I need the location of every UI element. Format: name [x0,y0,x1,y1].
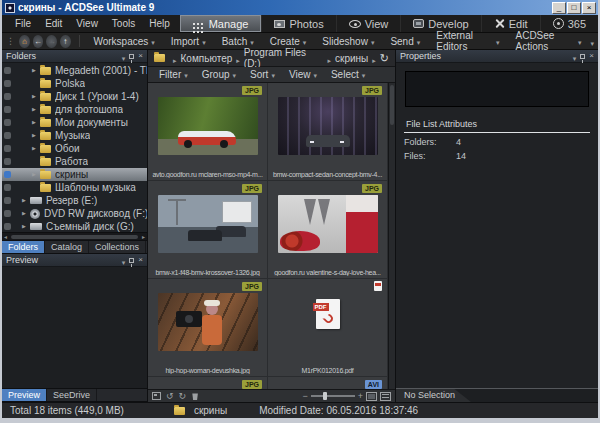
tab-preview[interactable]: Preview [2,389,47,401]
pin-icon[interactable] [580,54,585,59]
thumbnail-valentine[interactable]: JPG goodfon.ru valentine-s-day-love-hea.… [268,181,387,278]
tree-item-skriny-selected[interactable]: ▶скрины [2,168,147,181]
tree-item-photoshop[interactable]: ▶для фотошопа [2,103,147,116]
maximize-button[interactable]: □ [567,2,581,14]
thumbnail-bmw-concept[interactable]: JPG bmw-compact-sedan-concept-bmv-4... [268,83,387,180]
select-dropdown[interactable]: Select [324,69,372,80]
toolbar-grip[interactable]: ⋮ [6,36,15,46]
expand-arrow-icon[interactable]: ▶ [22,207,30,220]
grid-vertical-scrollbar[interactable] [388,83,395,389]
sync-marker-icon [4,119,11,126]
panel-menu-icon[interactable] [573,47,577,65]
breadcrumb-separator-icon [328,49,332,67]
zoom-in-icon[interactable]: + [358,391,363,402]
close-icon[interactable]: × [138,52,143,60]
expand-arrow-icon[interactable]: ▶ [32,129,40,142]
create-dropdown[interactable]: Create [263,36,314,47]
send-dropdown[interactable]: Send [383,36,427,47]
details-view-icon[interactable] [380,392,391,401]
slideshow-dropdown[interactable]: Slideshow [315,36,381,47]
tree-horizontal-scrollbar[interactable]: ◂ ▸ [2,232,147,240]
expand-arrow-icon[interactable]: ▶ [32,103,40,116]
close-button[interactable]: × [582,2,596,14]
tab-seedrive[interactable]: SeeDrive [47,389,97,401]
zoom-slider[interactable] [311,395,355,397]
menu-edit[interactable]: Edit [38,18,69,29]
refresh-icon[interactable]: ↻ [380,53,389,64]
thumbnail-view-icon[interactable] [366,392,377,401]
thumbnail-mclaren[interactable]: JPG avto.goodfon.ru mclaren-mso-mp4-m... [148,83,267,180]
tree-item-documents[interactable]: ▶Мои документы [2,116,147,129]
delete-icon[interactable] [191,392,199,400]
group-dropdown[interactable]: Group [195,69,243,80]
back-icon[interactable]: ← [33,35,44,48]
tree-item-wallpapers[interactable]: ▶Обои [2,142,147,155]
tree-item-disk1[interactable]: ▶Диск 1 (Уроки 1-4) [2,90,147,103]
tree-item-templates[interactable]: Шаблоны музыка [2,181,147,194]
mode-view-button[interactable]: View [336,15,401,32]
chevron-down-icon [578,36,582,47]
no-selection-tab[interactable]: No Selection [396,389,471,402]
thumbnail-woman[interactable]: JPG hip-hop-woman-devushka.jpg [148,279,267,376]
sort-dropdown[interactable]: Sort [243,69,282,80]
thumbnail-partial-left[interactable]: JPG [148,377,267,389]
breadcrumb-skriny[interactable]: скрины [335,53,368,64]
expand-arrow-icon[interactable]: ▶ [22,220,30,232]
tab-folders[interactable]: Folders [2,241,45,253]
filter-dropdown[interactable]: Filter [152,69,195,80]
mode-label: Manage [209,18,249,30]
thumbnail-pdf[interactable]: PDF M1rPK012016.pdf [268,279,387,376]
thumbnail-bmw-x1[interactable]: JPG bmw-x1-f48-bmv-krossover-1326.jpg [148,181,267,278]
mode-manage-button[interactable]: Manage [180,15,262,32]
home-icon[interactable]: ⌂ [19,35,30,48]
tag-icon[interactable] [152,392,161,400]
thumbnail-image [278,97,378,155]
close-icon[interactable]: × [589,52,594,60]
breadcrumb-drive-d[interactable]: Program Files (D:) [244,47,324,69]
rotate-left-icon[interactable]: ↺ [166,391,174,402]
close-icon[interactable]: × [138,256,143,264]
expand-arrow-icon[interactable]: ▶ [32,64,40,77]
breadcrumb-separator-icon [236,49,240,67]
tab-catalog[interactable]: Catalog [45,241,89,253]
tree-item-megadeth[interactable]: ▶Megadeth (2001) - The World Ne [2,64,147,77]
scroll-right-icon[interactable]: ▸ [140,233,147,240]
batch-dropdown[interactable]: Batch [215,36,261,47]
zoom-out-icon[interactable]: − [302,391,307,402]
up-icon[interactable]: ↑ [60,35,71,48]
breadcrumb-computer[interactable]: Компьютер [181,53,233,64]
pin-icon[interactable] [129,54,134,59]
sync-marker-icon [4,184,11,191]
tree-item-music[interactable]: ▶Музыка [2,129,147,142]
expand-arrow-icon[interactable]: ▶ [22,194,30,207]
scroll-left-icon[interactable]: ◂ [2,233,9,240]
view-dropdown[interactable]: View [282,69,324,80]
pin-icon[interactable] [129,258,134,263]
menu-file[interactable]: File [8,18,38,29]
external-editors-dropdown[interactable]: External Editors [429,30,506,52]
tree-item-polska[interactable]: Polska [2,77,147,90]
rotate-right-icon[interactable]: ↻ [179,391,187,402]
mode-photos-button[interactable]: Photos [261,15,335,32]
minimize-button[interactable]: _ [552,2,566,14]
menu-tools[interactable]: Tools [105,18,142,29]
workspaces-dropdown[interactable]: Workspaces [86,36,161,47]
thumbnail-partial-right[interactable]: AVI [268,377,387,389]
slider-thumb[interactable] [323,392,327,400]
tree-item-usb-g[interactable]: ▶Съемный диск (G:) [2,220,147,232]
mode-label: View [365,18,389,30]
menu-view[interactable]: View [69,18,105,29]
expand-arrow-icon[interactable]: ▶ [32,142,40,155]
menu-help[interactable]: Help [142,18,177,29]
scrollbar-thumb[interactable] [390,85,394,125]
import-dropdown[interactable]: Import [164,36,213,47]
tree-item-dvd-f[interactable]: ▶DVD RW дисковод (F:) [2,207,147,220]
tree-item-drive-e[interactable]: ▶Резерв (E:) [2,194,147,207]
forward-icon[interactable]: → [46,35,57,48]
tree-item-work[interactable]: Работа [2,155,147,168]
expand-arrow-icon[interactable]: ▶ [32,168,40,181]
expand-arrow-icon[interactable]: ▶ [32,116,40,129]
scrollbar-thumb[interactable] [11,235,138,239]
sync-marker-icon [4,210,11,217]
expand-arrow-icon[interactable]: ▶ [32,90,40,103]
